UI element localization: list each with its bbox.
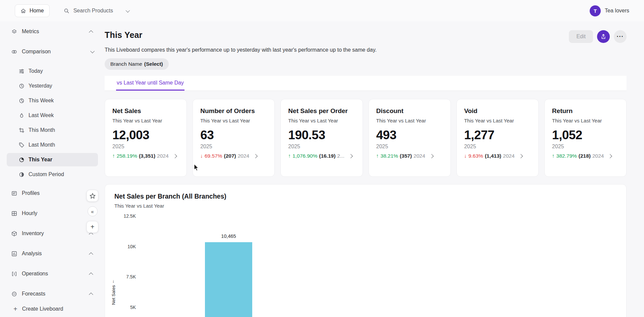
delta-percent: 258.19% bbox=[117, 153, 137, 159]
chevron-down-icon[interactable] bbox=[126, 8, 130, 12]
chevron-right-icon[interactable] bbox=[608, 154, 612, 158]
search-products[interactable]: Search Products bbox=[64, 8, 129, 14]
favorite-button[interactable] bbox=[87, 190, 98, 202]
share-icon bbox=[600, 34, 606, 40]
avatar[interactable]: T bbox=[590, 5, 601, 16]
chevron-right-icon[interactable] bbox=[253, 154, 258, 158]
create-liveboard-label: Create Liveboard bbox=[22, 306, 63, 312]
add-button[interactable]: + bbox=[87, 221, 98, 233]
sidebar-section-comparison[interactable]: Comparison bbox=[7, 44, 98, 59]
caret-icon[interactable] bbox=[89, 252, 93, 257]
sidebar-section-hourly[interactable]: Hourly bbox=[7, 206, 98, 221]
sidebar-section-label: Hourly bbox=[22, 210, 37, 216]
more-options-button[interactable]: ··· bbox=[614, 30, 627, 43]
sidebar-item-this-week[interactable]: This Week bbox=[7, 94, 98, 107]
this-year-icon bbox=[19, 157, 24, 163]
sidebar-section-label: Comparison bbox=[22, 49, 51, 55]
sidebar-item-label: Custom Period bbox=[29, 171, 64, 177]
caret-icon[interactable] bbox=[89, 30, 93, 35]
topbar: Home Search Products T Tea lovers bbox=[0, 0, 644, 21]
kpi-year: 2025 bbox=[288, 144, 355, 150]
kpi-card-void[interactable]: Void This Year vs Last Year 1,277 2025 9… bbox=[457, 99, 539, 177]
delta-base-year: 2024 bbox=[592, 153, 604, 159]
sidebar-item-today[interactable]: Today bbox=[7, 64, 98, 78]
sidebar-item-label: This Week bbox=[29, 98, 54, 104]
plus-icon: + bbox=[13, 306, 17, 312]
kpi-card-net-sales[interactable]: Net Sales This Year vs Last Year 12,003 … bbox=[105, 99, 187, 177]
create-liveboard-button[interactable]: + Create Liveboard bbox=[13, 306, 63, 312]
collapse-icon: « bbox=[91, 209, 94, 214]
delta-base-value: (357) bbox=[400, 153, 412, 159]
sidebar-item-last-week[interactable]: Last Week bbox=[7, 109, 98, 122]
filter-value: (Select) bbox=[144, 61, 163, 67]
kpi-title: Void bbox=[464, 107, 531, 115]
sidebar-section-forecasts[interactable]: Forecasts bbox=[7, 286, 98, 301]
share-button[interactable] bbox=[597, 30, 610, 43]
chevron-right-icon[interactable] bbox=[173, 154, 177, 158]
y-axis-label[interactable]: ↓ Net Sales bbox=[109, 278, 118, 305]
sidebar-item-last-month[interactable]: Last Month bbox=[7, 138, 98, 152]
kpi-card-net-sales-per-order[interactable]: Net Sales per Order This Year vs Last Ye… bbox=[280, 99, 363, 177]
kpi-year: 2025 bbox=[464, 144, 531, 150]
delta-base-value: (218) bbox=[579, 153, 591, 159]
sidebar-section-operations[interactable]: Operations bbox=[7, 266, 98, 281]
kpi-value: 493 bbox=[376, 128, 443, 142]
home-button[interactable]: Home bbox=[15, 4, 50, 17]
y-tick: 5K bbox=[114, 305, 136, 310]
delta-base-value: (207) bbox=[224, 153, 236, 159]
chevron-right-icon[interactable] bbox=[429, 154, 434, 158]
kpi-delta: 69.57% (207) 2024 bbox=[200, 153, 267, 159]
sidebar-item-label: This Year bbox=[29, 157, 52, 163]
kpi-value: 63 bbox=[200, 128, 267, 142]
collapse-sidebar-button[interactable]: « bbox=[88, 206, 98, 216]
edit-button[interactable]: Edit bbox=[569, 30, 593, 43]
profiles-icon bbox=[11, 191, 17, 196]
sidebar-item-yesterday[interactable]: Yesterday bbox=[7, 79, 98, 93]
sidebar-item-label: Today bbox=[29, 68, 43, 74]
tab-vs-last-year[interactable]: vs Last Year until Same Day bbox=[116, 76, 184, 91]
kpi-delta: 1,076.90% (16.19) 2... bbox=[288, 153, 355, 159]
kpi-card-return[interactable]: Return This Year vs Last Year 1,052 2025… bbox=[544, 99, 627, 177]
caret-icon[interactable] bbox=[90, 49, 95, 53]
user-menu[interactable]: T Tea lovers bbox=[590, 5, 629, 16]
sidebar-section-inventory[interactable]: Inventory bbox=[7, 226, 98, 241]
sidebar-section-metrics[interactable]: Metrics bbox=[7, 24, 98, 39]
filter-name: Branch Name bbox=[110, 61, 142, 67]
branch-name-filter-chip[interactable]: Branch Name (Select) bbox=[105, 58, 169, 70]
custom-period-icon bbox=[19, 172, 24, 177]
this-month-icon bbox=[19, 127, 24, 133]
bar-chart: ↓ Net Sales 12.5K 10K 7.5K 5K 10,465 bbox=[114, 213, 617, 317]
bar-2025[interactable] bbox=[205, 242, 252, 317]
kpi-value: 12,003 bbox=[112, 128, 179, 142]
caret-icon[interactable] bbox=[89, 272, 93, 277]
sidebar-item-custom-period[interactable]: Custom Period bbox=[7, 168, 98, 181]
trend-arrow-icon bbox=[112, 153, 115, 159]
home-icon bbox=[20, 8, 26, 14]
kpi-year: 2025 bbox=[552, 144, 619, 150]
kpi-subtitle: This Year vs Last Year bbox=[112, 118, 179, 123]
chevron-right-icon[interactable] bbox=[519, 154, 523, 158]
kpi-subtitle: This Year vs Last Year bbox=[200, 118, 267, 123]
sidebar-section-analysis[interactable]: Analysis bbox=[7, 246, 98, 261]
kpi-title: Discount bbox=[376, 107, 443, 115]
main-content: This Year Edit ··· This Liveboard compar… bbox=[105, 21, 644, 317]
chart-card[interactable]: Net Sales per Branch (All Branches) This… bbox=[105, 184, 627, 317]
kpi-delta: 382.79% (218) 2024 bbox=[552, 153, 619, 159]
kpi-title: Return bbox=[552, 107, 619, 115]
y-tick: 12.5K bbox=[114, 213, 136, 219]
chevron-right-icon[interactable] bbox=[348, 154, 353, 158]
kpi-card-number-of-orders[interactable]: Number of Orders This Year vs Last Year … bbox=[193, 99, 275, 177]
trend-arrow-icon bbox=[288, 153, 291, 159]
sidebar-item-this-year[interactable]: This Year bbox=[7, 153, 98, 166]
chart-title: Net Sales per Branch (All Branches) bbox=[114, 193, 617, 200]
sidebar-section-profiles[interactable]: Profiles bbox=[7, 186, 98, 201]
kpi-title: Net Sales bbox=[112, 107, 179, 115]
caret-icon[interactable] bbox=[89, 293, 93, 297]
kpi-card-discount[interactable]: Discount This Year vs Last Year 493 2025… bbox=[369, 99, 451, 177]
sidebar-item-this-month[interactable]: This Month bbox=[7, 123, 98, 137]
chart-subtitle: This Year vs Last Year bbox=[114, 203, 617, 209]
sidebar-section-label: Analysis bbox=[22, 251, 42, 257]
trend-arrow-icon bbox=[464, 153, 467, 159]
y-axis-label-text: Net Sales bbox=[111, 285, 116, 305]
delta-percent: 9.63% bbox=[468, 153, 483, 159]
